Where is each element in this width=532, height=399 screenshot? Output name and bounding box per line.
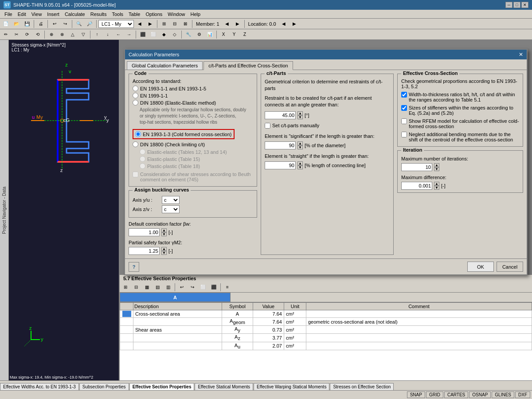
eff-check2[interactable]	[401, 105, 407, 111]
tool-btn21[interactable]: Y	[229, 30, 239, 39]
tab-effective-statical[interactable]: Effective Statical Moments	[195, 383, 253, 390]
tool-btn7[interactable]: △	[68, 30, 78, 39]
tool-btn15[interactable]: ◆	[159, 30, 169, 39]
angle-up-btn[interactable]: ▲	[297, 111, 303, 115]
shear-checkbox[interactable]	[133, 172, 138, 177]
menu-help[interactable]: Help	[188, 11, 203, 18]
dialog-close-button[interactable]: ✕	[519, 51, 523, 58]
tool-btn10[interactable]: ↓	[103, 30, 113, 39]
tool-btn4[interactable]: ⟲	[33, 30, 43, 39]
tool-btn22[interactable]: Z	[240, 30, 250, 39]
view-btn3[interactable]: ⊠	[180, 20, 190, 28]
manual-checkbox[interactable]	[265, 123, 270, 129]
menu-edit[interactable]: Edit	[15, 11, 29, 18]
eff-check1-row[interactable]: Width-to-thickness ratios b/t, h/t, c/t …	[401, 92, 519, 102]
radio-din18800-ee-input[interactable]	[133, 100, 138, 106]
tool-btn9[interactable]: ↑	[92, 30, 102, 39]
bt3[interactable]: ▦	[142, 283, 152, 292]
next-loc-btn[interactable]: ▶	[289, 20, 299, 28]
tool-btn18[interactable]: ⚙	[194, 30, 204, 39]
axis-yu-select[interactable]: c	[162, 196, 180, 204]
zoom-in-btn[interactable]: 🔍	[74, 20, 84, 28]
grid-button[interactable]: GRID	[426, 391, 443, 398]
corr-factor-input[interactable]	[129, 228, 160, 236]
sig-down-btn[interactable]: ▼	[297, 145, 303, 149]
eff-check3-row[interactable]: Show RFEM model for calculation of effec…	[401, 118, 519, 129]
ok-button[interactable]: OK	[467, 262, 494, 272]
eff-check2-row[interactable]: Sizes of stiffeners within the ranges ac…	[401, 105, 519, 116]
tool-btn20[interactable]: X	[219, 30, 228, 39]
tool-btn1[interactable]: ✏	[1, 30, 11, 39]
bt7[interactable]: ↪	[188, 283, 197, 292]
tool-btn13[interactable]: ⬛	[138, 30, 148, 39]
save-btn[interactable]: 💾	[22, 20, 32, 28]
eff-check4-row[interactable]: Neglect additional bending moments due t…	[401, 132, 519, 142]
tool-btn3[interactable]: ⟳	[22, 30, 32, 39]
menu-table[interactable]: Table	[126, 11, 143, 18]
radio-en1993-11-input[interactable]	[133, 86, 138, 91]
radio-din18800-ct-input[interactable]	[133, 141, 138, 147]
bt9[interactable]: ⬛	[209, 283, 219, 292]
project-nav[interactable]: Project Navigator - Data	[0, 40, 9, 380]
safety-factor-input[interactable]	[129, 247, 160, 255]
tool-btn16[interactable]: ◇	[170, 30, 180, 39]
menu-window[interactable]: Window	[165, 11, 188, 18]
menu-file[interactable]: File	[2, 11, 15, 18]
tool-btn14[interactable]: ⬜	[149, 30, 158, 39]
maximize-button[interactable]: □	[513, 2, 520, 8]
cartes-button[interactable]: CARTES	[444, 391, 468, 398]
tool-btn6[interactable]: ⊗	[57, 30, 67, 39]
angle-down-btn[interactable]: ▼	[297, 115, 303, 119]
print-btn[interactable]: 🖨	[36, 20, 46, 28]
diff-up-btn[interactable]: ▲	[434, 182, 439, 186]
bt4[interactable]: ▤	[153, 283, 162, 292]
osnap-button[interactable]: OSNAP	[469, 391, 491, 398]
tool-btn5[interactable]: ⊕	[47, 30, 56, 39]
tab-stresses-effective[interactable]: Stresses on Effective Section	[330, 383, 394, 390]
tool-btn2[interactable]: ✂	[12, 30, 21, 39]
view-btn1[interactable]: ⊞	[159, 20, 169, 28]
straight-input[interactable]	[265, 161, 296, 169]
radio-en1999[interactable]: EN 1999-1-1	[133, 93, 253, 98]
radio-pp-input[interactable]	[140, 163, 145, 169]
tool-btn11[interactable]: ←	[113, 30, 123, 39]
next-member-btn[interactable]: ▶	[233, 20, 243, 28]
bt10[interactable]: ≡	[223, 283, 232, 292]
manual-checkbox-row[interactable]: Set c/t-parts manually	[265, 123, 390, 129]
load-case-select[interactable]: LC1 - My	[98, 20, 134, 28]
tab-effective-section-props[interactable]: Effective Section Properties	[129, 383, 195, 390]
radio-din18800-ct[interactable]: DIN 18800 (Check limiting c/t)	[133, 141, 253, 147]
axis-zv-select[interactable]: c	[162, 205, 180, 213]
radio-en1993-11[interactable]: EN 1993-1-1 and EN 1993-1-5	[133, 86, 253, 91]
safety-down-btn[interactable]: ▼	[161, 251, 167, 255]
menu-tools[interactable]: Tools	[109, 11, 126, 18]
eff-check4[interactable]	[401, 132, 407, 137]
menu-view[interactable]: View	[29, 11, 45, 18]
radio-ee-input[interactable]	[140, 149, 145, 155]
close-button[interactable]: ✕	[521, 2, 528, 8]
radio-plastic-plastic[interactable]: Plastic-plastic (Table 18)	[140, 163, 253, 169]
max-diff-input[interactable]	[401, 182, 432, 190]
tool-btn19[interactable]: 📊	[205, 30, 215, 39]
calculation-params-dialog[interactable]: Calculation Parameters ✕ Global Calculat…	[124, 49, 528, 275]
snap-button[interactable]: SNAP	[407, 391, 425, 398]
shear-checkbox-row[interactable]: Consideration of shear stresses accordin…	[133, 172, 253, 182]
menu-options[interactable]: Options	[143, 11, 165, 18]
radio-elastic-plastic[interactable]: Elastic-plastic (Table 15)	[140, 156, 253, 162]
safety-up-btn[interactable]: ▲	[161, 247, 167, 251]
prev-lc-btn[interactable]: ◀	[135, 20, 145, 28]
bt8[interactable]: ⬜	[198, 283, 208, 292]
radio-ep-input[interactable]	[140, 156, 145, 162]
help-button[interactable]: ?	[129, 262, 139, 272]
eff-check1[interactable]	[401, 92, 407, 98]
iter-up-btn[interactable]: ▲	[434, 163, 439, 167]
bt1[interactable]: ⊞	[121, 283, 130, 292]
bt6[interactable]: ↩	[177, 283, 187, 292]
zoom-out-btn[interactable]: 🔎	[85, 20, 94, 28]
bt5[interactable]: ▥	[163, 283, 173, 292]
tool-btn17[interactable]: 🔧	[184, 30, 193, 39]
menu-results[interactable]: Results	[88, 11, 110, 18]
tool-btn12[interactable]: →	[124, 30, 134, 39]
tab-effective-warping[interactable]: Effective Warping Statical Moments	[254, 383, 329, 390]
selected-option-border[interactable]: EN 1993-1-3 (Cold formed cross-section)	[133, 129, 235, 139]
